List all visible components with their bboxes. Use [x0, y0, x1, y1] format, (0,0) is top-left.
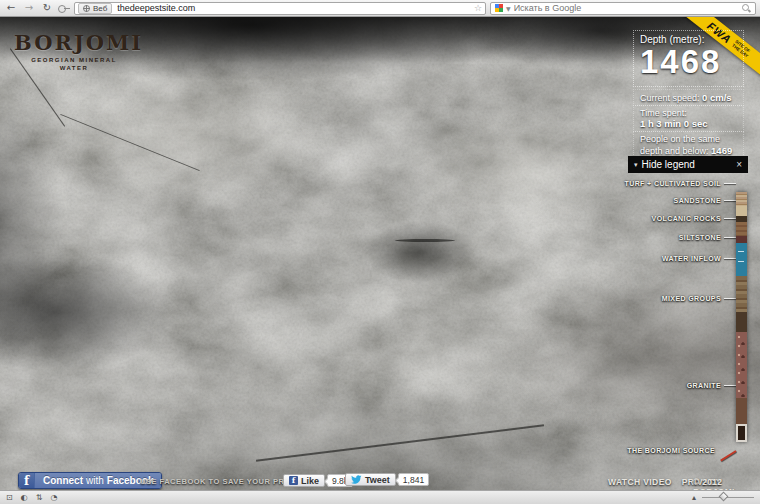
borehole-layer-strip — [736, 192, 747, 442]
tweet-widget: Tweet 1,841 — [345, 473, 429, 486]
layer-sandstone — [736, 206, 747, 216]
logo-subtitle-1: GEORGIAN MINERAL — [14, 57, 134, 63]
speed-label: Current speed: — [640, 93, 700, 103]
address-bar[interactable]: Веб thedeepestsite.com ☆ — [74, 2, 486, 15]
panels-icon[interactable]: ⊡ — [6, 494, 13, 502]
browser-toolbar: ← → ↻ Веб thedeepestsite.com ☆ ▼ — [0, 0, 760, 17]
collapse-icon[interactable]: ▴ — [692, 494, 696, 502]
twitter-bird-icon — [351, 475, 362, 485]
rock-crack — [395, 239, 455, 242]
current-speed-panel: Current speed: 0 cm/s — [633, 89, 744, 106]
legend-item: THE BORJOMI SOURCE — [627, 447, 736, 454]
time-label: Time spent: — [640, 108, 687, 118]
logo-subtitle-2: WATER — [14, 65, 134, 71]
legend-item-label: SILTSTONE — [679, 234, 721, 241]
layer-dark-rock — [736, 312, 747, 332]
time-value: 1 h 3 min 0 sec — [640, 118, 708, 129]
legend-item-label: GRANITE — [687, 382, 721, 389]
copyright-text: © 2012 BORJOMI — [693, 477, 760, 490]
people-label-2: depth and below: — [640, 146, 709, 156]
facebook-like-icon: f — [289, 476, 298, 485]
like-button[interactable]: f Like — [283, 474, 325, 487]
legend-item: GRANITE — [687, 382, 736, 389]
logo-title: BORJOMI — [14, 30, 134, 55]
layer-brown — [736, 222, 747, 236]
people-label-1: People on the same — [640, 134, 720, 144]
unite-icon[interactable]: ◐ — [21, 494, 28, 502]
layer-water — [736, 243, 747, 276]
key-icon[interactable] — [58, 4, 70, 12]
browser-window: ← → ↻ Веб thedeepestsite.com ☆ ▼ — [0, 0, 760, 504]
layer-siltstone — [736, 236, 747, 243]
legend-connector — [724, 258, 736, 259]
legend-item: WATER INFLOW — [662, 255, 736, 262]
tweet-button[interactable]: Tweet — [345, 473, 396, 486]
depth-panel: Depth (metre): 1468 — [633, 30, 744, 87]
legend-item-label: TURF + CULTIVATED SOIL — [625, 180, 722, 187]
speed-value: 0 cm/s — [702, 92, 732, 103]
hide-legend-button[interactable]: ▾ Hide legend × — [628, 156, 748, 173]
url-text[interactable]: thedeepestsite.com — [117, 3, 195, 13]
chevron-down-icon: ▾ — [634, 161, 638, 169]
depth-value: 1468 — [640, 45, 737, 80]
people-value: 1469 — [711, 145, 732, 156]
search-engine-dropdown-icon[interactable]: ▼ — [506, 5, 511, 12]
globe-icon — [83, 5, 90, 12]
sync-icon[interactable]: ⇅ — [36, 494, 43, 502]
legend-connector — [724, 385, 736, 386]
search-icon[interactable] — [741, 3, 751, 13]
hide-legend-label: Hide legend — [642, 159, 695, 170]
page-content: BORJOMI GEORGIAN MINERAL WATER FWA SITE … — [0, 17, 760, 490]
search-box[interactable]: ▼ — [490, 2, 756, 15]
rock-shading — [0, 17, 760, 490]
layer-borjomi-source — [736, 424, 747, 442]
site-security-badge[interactable]: Веб — [78, 3, 112, 14]
forward-icon[interactable]: → — [22, 3, 36, 13]
watch-video-link[interactable]: WATCH VIDEO — [608, 477, 672, 487]
legend-item: MIXED GROUPS — [662, 295, 736, 302]
bookmark-star-icon[interactable]: ☆ — [474, 3, 482, 13]
legend-item-label: WATER INFLOW — [662, 255, 721, 262]
layer-mixed-groups — [736, 276, 747, 312]
legend-item-label: VOLCANIC ROCKS — [652, 215, 721, 222]
layer-sandstone-top — [736, 192, 747, 206]
legend-item-label: THE BORJOMI SOURCE — [627, 447, 715, 454]
legend-item-label: SANDSTONE — [674, 197, 721, 204]
legend-connector — [724, 183, 736, 184]
tweet-count: 1,841 — [398, 473, 429, 486]
back-icon[interactable]: ← — [4, 3, 18, 13]
legend-item: SANDSTONE — [674, 197, 736, 204]
search-input[interactable] — [514, 3, 738, 13]
legend-connector — [724, 298, 736, 299]
tweet-label: Tweet — [365, 475, 390, 485]
legend-connector — [724, 200, 736, 201]
like-label: Like — [301, 476, 319, 486]
legend-item-label: MIXED GROUPS — [662, 295, 721, 302]
legend-connector — [724, 218, 736, 219]
site-badge-label: Веб — [93, 4, 107, 13]
like-widget: f Like 9.8k — [283, 474, 353, 487]
legend-item: VOLCANIC ROCKS — [652, 215, 736, 222]
layer-lower-brown — [736, 398, 747, 424]
borjomi-logo: BORJOMI GEORGIAN MINERAL WATER — [14, 30, 134, 71]
google-icon — [495, 4, 503, 12]
layer-granite — [736, 332, 747, 398]
legend-connector — [724, 237, 736, 238]
browser-statusbar: ⊡ ◐ ⇅ ◔ ▴ — [0, 490, 760, 504]
reload-icon[interactable]: ↻ — [40, 3, 54, 13]
turbo-icon[interactable]: ◔ — [50, 494, 57, 502]
facebook-icon: f — [19, 473, 35, 488]
close-icon[interactable]: × — [736, 159, 742, 170]
legend-item: TURF + CULTIVATED SOIL — [625, 180, 737, 187]
time-spent-panel: Time spent: 1 h 3 min 0 sec — [633, 105, 744, 132]
legend-item: SILTSTONE — [679, 234, 736, 241]
zoom-slider[interactable] — [702, 497, 754, 498]
zoom-slider-thumb[interactable] — [719, 492, 729, 502]
